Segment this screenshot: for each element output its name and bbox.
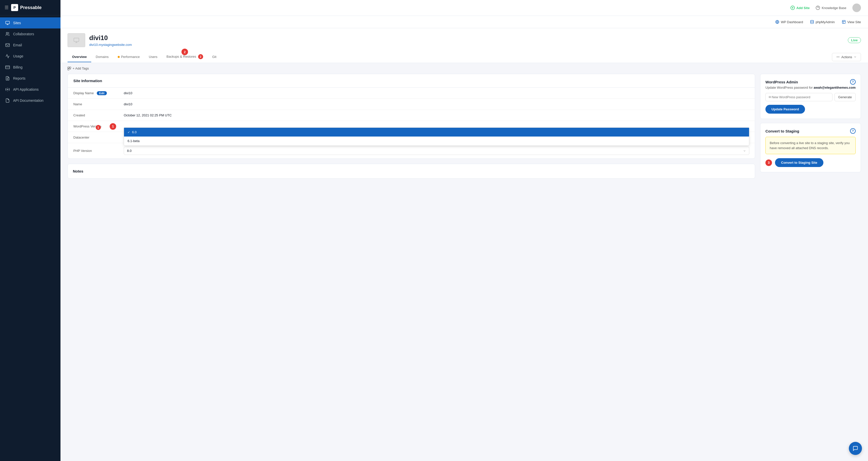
svg-rect-23 [69, 67, 71, 68]
sidebar-item-reports[interactable]: Reports [0, 73, 61, 84]
eye-icon[interactable]: 👁 [768, 95, 772, 99]
collaborators-icon [5, 32, 10, 36]
sidebar-item-collaborators[interactable]: Collaborators [0, 29, 61, 39]
logo-icon: P [11, 4, 18, 11]
convert-staging-row: 3 Convert to Staging Site [766, 158, 856, 167]
site-info-table: Display Name Edit divi10 Name divi10 [68, 88, 755, 159]
tab-domains[interactable]: Domains [91, 52, 113, 62]
main-content: Add Site Knowledge Base WP Dashboard php… [61, 0, 868, 461]
notes-title: Notes [73, 169, 750, 173]
site-name: divi10 [89, 34, 132, 42]
convert-staging-title: Convert to Staging ? [766, 128, 856, 134]
update-password-button[interactable]: Update Password [766, 105, 805, 113]
knowledge-base-button[interactable]: Knowledge Base [815, 5, 846, 10]
panel-right: WordPress Admin ? Update WordPress passw… [760, 74, 861, 178]
convert-staging-button[interactable]: Convert to Staging Site [775, 158, 824, 167]
site-name-block: divi10 divi10.mystagingwebsite.com [89, 34, 132, 46]
reports-icon [5, 76, 10, 81]
sidebar-item-api-documentation[interactable]: API Documentation [0, 95, 61, 106]
sidebar-item-label-collaborators: Collaborators [13, 32, 34, 36]
wp-admin-help-icon[interactable]: ? [850, 79, 856, 85]
sidebar-item-label-reports: Reports [13, 76, 26, 80]
sidebar-item-sites[interactable]: Sites [0, 18, 61, 29]
logo: P Pressable [11, 4, 41, 11]
sidebar-item-label-billing: Billing [13, 65, 23, 69]
password-input[interactable] [772, 93, 830, 101]
sidebar-item-label-email: Email [13, 43, 22, 47]
wp-option-6-1-beta[interactable]: 6.1-beta [124, 136, 749, 145]
sidebar-header: ☰ P Pressable [0, 0, 61, 15]
wp-admin-card: WordPress Admin ? Update WordPress passw… [760, 74, 861, 119]
php-version-select[interactable]: 8.0 [124, 146, 749, 155]
svg-point-7 [7, 89, 8, 90]
sidebar-item-label-sites: Sites [13, 21, 21, 25]
wp-dashboard-button[interactable]: WP Dashboard [775, 20, 803, 24]
site-header-actions: WP Dashboard phpMyAdmin View Site [61, 16, 868, 28]
password-row: 👁 Generate [766, 93, 856, 101]
page-content: WP Dashboard phpMyAdmin View Site [61, 16, 868, 461]
add-tags-button[interactable]: + Add Tags [67, 66, 861, 70]
usage-icon [5, 54, 10, 59]
convert-staging-help-icon[interactable]: ? [850, 128, 856, 134]
svg-rect-3 [5, 66, 10, 69]
svg-rect-16 [74, 38, 79, 41]
edit-display-name-badge[interactable]: Edit [97, 91, 107, 95]
add-site-button[interactable]: Add Site [790, 5, 810, 10]
sidebar-nav: Sites Collaborators Email Usage [0, 15, 61, 461]
svg-point-21 [839, 57, 839, 57]
table-row: Created October 12, 2021 02:25 PM UTC [68, 110, 755, 121]
svg-point-19 [838, 57, 838, 57]
svg-rect-15 [842, 21, 845, 24]
tab-backups-restores[interactable]: Backups & Restores 2 2 [162, 51, 208, 63]
tab-overview[interactable]: Overview [67, 52, 91, 62]
field-label-datacenter: Datacenter [68, 132, 118, 143]
logo-text: Pressable [20, 5, 41, 10]
wp-version-list[interactable]: ✓ 6.0 6.1-beta [124, 128, 749, 145]
tab-users[interactable]: Users [145, 52, 162, 62]
sidebar-item-label-usage: Usage [13, 54, 23, 58]
field-value-name: divi10 [118, 99, 755, 110]
sidebar-item-label-api-documentation: API Documentation [13, 99, 43, 102]
panel-left: Site Information Display Name Edit divi1… [67, 74, 755, 178]
hamburger-icon[interactable]: ☰ [4, 5, 8, 10]
field-label-name: Name [68, 99, 118, 110]
sidebar: ☰ P Pressable Sites Collaborators [0, 0, 61, 461]
field-label-display-name: Display Name Edit [68, 88, 118, 99]
performance-dot [118, 56, 120, 58]
api-applications-icon [5, 87, 10, 92]
field-label-php: PHP Version [68, 143, 118, 159]
phpmyadmin-button[interactable]: phpMyAdmin [810, 20, 835, 24]
sidebar-item-usage[interactable]: Usage [0, 51, 61, 62]
svg-point-14 [810, 20, 813, 21]
topbar: Add Site Knowledge Base [61, 0, 868, 16]
sidebar-item-api-applications[interactable]: API Applications [0, 84, 61, 95]
actions-button[interactable]: Actions [832, 53, 861, 61]
sidebar-item-billing[interactable]: Billing [0, 62, 61, 73]
view-site-button[interactable]: View Site [842, 20, 861, 24]
tab-performance[interactable]: Performance [113, 52, 144, 62]
panels: Site Information Display Name Edit divi1… [61, 74, 868, 186]
generate-password-button[interactable]: Generate [835, 93, 856, 101]
svg-point-20 [837, 57, 837, 57]
user-avatar[interactable] [852, 3, 861, 12]
field-value-display-name: divi10 [118, 88, 755, 99]
sidebar-item-email[interactable]: Email [0, 39, 61, 51]
site-information-card: Site Information Display Name Edit divi1… [67, 74, 755, 159]
step-2-badge: 2 [182, 48, 188, 55]
svg-rect-22 [68, 67, 69, 68]
field-value-created: October 12, 2021 02:25 PM UTC [118, 110, 755, 121]
sites-icon [5, 21, 10, 26]
tab-git[interactable]: Git [208, 52, 221, 62]
api-documentation-icon [5, 98, 10, 103]
field-value-wp-version: 1 ✓ 6.0 [118, 121, 755, 132]
check-icon: ✓ [127, 131, 130, 134]
chat-button[interactable] [849, 442, 862, 455]
site-url[interactable]: divi10.mystagingwebsite.com [89, 43, 132, 46]
billing-icon [5, 65, 10, 70]
table-row: Name divi10 [68, 99, 755, 110]
add-tags-row: + Add Tags [61, 63, 868, 74]
tabs-row: Overview Domains Performance Users Backu… [67, 51, 861, 63]
wp-option-6-0[interactable]: ✓ 6.0 [124, 128, 749, 136]
step-1-badge: 1 [110, 123, 116, 130]
table-row: Display Name Edit divi10 [68, 88, 755, 99]
